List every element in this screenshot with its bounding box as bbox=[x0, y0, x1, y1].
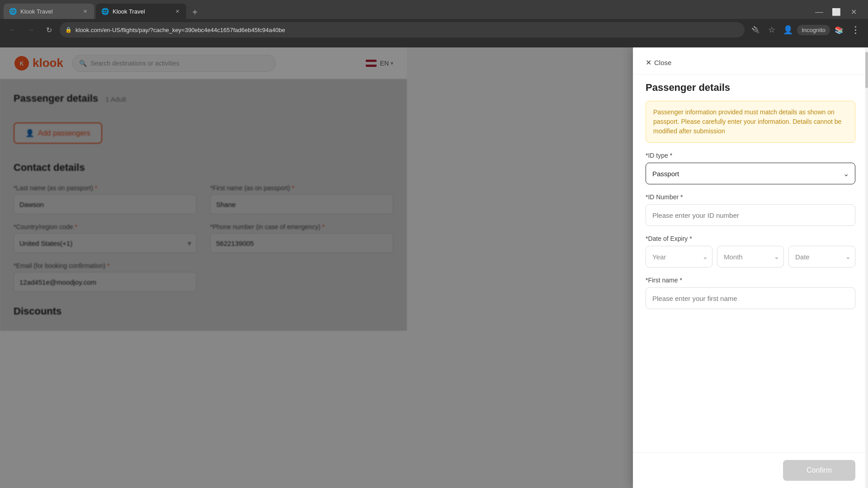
bookmark-star-button[interactable]: ☆ bbox=[764, 23, 779, 37]
incognito-label[interactable]: Incognito bbox=[797, 25, 830, 35]
tab2-favicon: 🌐 bbox=[101, 8, 109, 15]
id-number-label: *ID Number * bbox=[646, 193, 855, 201]
date-of-expiry-label: *Date of Expiry * bbox=[646, 235, 855, 242]
page-content: K klook 🔍 Search destinations or activit… bbox=[0, 47, 868, 488]
browser-tabs: 🌐 Klook Travel ✕ 🌐 Klook Travel ✕ + — ⬜ … bbox=[0, 0, 868, 19]
panel-footer: Confirm bbox=[633, 452, 868, 488]
id-type-label: *ID type * bbox=[646, 152, 855, 159]
year-select[interactable]: Year bbox=[646, 246, 712, 267]
date-select-wrap: Date ⌄ bbox=[788, 246, 855, 267]
panel-scrollbar[interactable] bbox=[865, 47, 868, 488]
month-select[interactable]: Month bbox=[717, 246, 784, 267]
tab1-favicon: 🌐 bbox=[9, 8, 17, 15]
confirm-button[interactable]: Confirm bbox=[783, 460, 855, 481]
menu-button[interactable]: ⋮ bbox=[848, 23, 863, 37]
restore-button[interactable]: ⬜ bbox=[829, 5, 844, 19]
year-select-wrap: Year ⌄ bbox=[646, 246, 712, 267]
passenger-details-panel: ✕ Close Passenger details Passenger info… bbox=[633, 47, 868, 488]
address-bar[interactable]: 🔒 klook.com/en-US/flights/pay/?cache_key… bbox=[60, 22, 745, 38]
close-window-button[interactable]: ✕ bbox=[846, 5, 861, 19]
extension-button[interactable]: 🔌 bbox=[748, 23, 763, 37]
panel-body: *ID type * Passport National ID Driver's… bbox=[633, 152, 868, 452]
id-number-input[interactable] bbox=[646, 204, 855, 226]
tab2-title: Klook Travel bbox=[113, 8, 145, 15]
id-type-select[interactable]: Passport National ID Driver's License bbox=[646, 163, 855, 184]
new-tab-button[interactable]: + bbox=[188, 5, 202, 19]
lock-icon: 🔒 bbox=[65, 27, 72, 33]
profile-button[interactable]: 👤 bbox=[781, 23, 795, 37]
browser-tab-1[interactable]: 🌐 Klook Travel ✕ bbox=[4, 4, 94, 19]
close-label: Close bbox=[654, 59, 671, 66]
forward-button[interactable]: → bbox=[24, 23, 38, 37]
browser-toolbar: ← → ↻ 🔒 klook.com/en-US/flights/pay/?cac… bbox=[0, 19, 868, 41]
panel-scrollbar-thumb bbox=[865, 52, 868, 88]
tab1-title: Klook Travel bbox=[20, 8, 53, 15]
panel-title: Passenger details bbox=[646, 82, 855, 94]
close-x-icon: ✕ bbox=[646, 58, 651, 67]
toolbar-actions: 🔌 ☆ 👤 Incognito 📚 ⋮ bbox=[748, 23, 863, 37]
date-select[interactable]: Date bbox=[788, 246, 855, 267]
close-button[interactable]: ✕ Close bbox=[646, 58, 671, 67]
id-type-field: Passport National ID Driver's License ⌄ bbox=[646, 163, 855, 184]
back-button[interactable]: ← bbox=[5, 23, 20, 37]
address-text: klook.com/en-US/flights/pay/?cache_key=3… bbox=[75, 27, 285, 33]
warning-text: Passenger information provided must matc… bbox=[653, 108, 841, 135]
warning-box: Passenger information provided must matc… bbox=[646, 101, 855, 143]
bookmarks-button[interactable]: 📚 bbox=[832, 23, 846, 37]
first-name-panel-input[interactable] bbox=[646, 287, 855, 309]
tab2-close-icon[interactable]: ✕ bbox=[174, 8, 181, 15]
tab1-close-icon[interactable]: ✕ bbox=[81, 8, 89, 15]
date-of-expiry-row: Year ⌄ Month ⌄ Date ⌄ bbox=[646, 246, 855, 267]
panel-header: ✕ Close bbox=[633, 47, 868, 75]
browser-chrome: 🌐 Klook Travel ✕ 🌐 Klook Travel ✕ + — ⬜ … bbox=[0, 0, 868, 47]
refresh-button[interactable]: ↻ bbox=[42, 23, 56, 37]
browser-tab-2[interactable]: 🌐 Klook Travel ✕ bbox=[96, 4, 186, 19]
first-name-panel-label: *First name * bbox=[646, 277, 855, 284]
month-select-wrap: Month ⌄ bbox=[717, 246, 784, 267]
minimize-button[interactable]: — bbox=[812, 5, 826, 19]
